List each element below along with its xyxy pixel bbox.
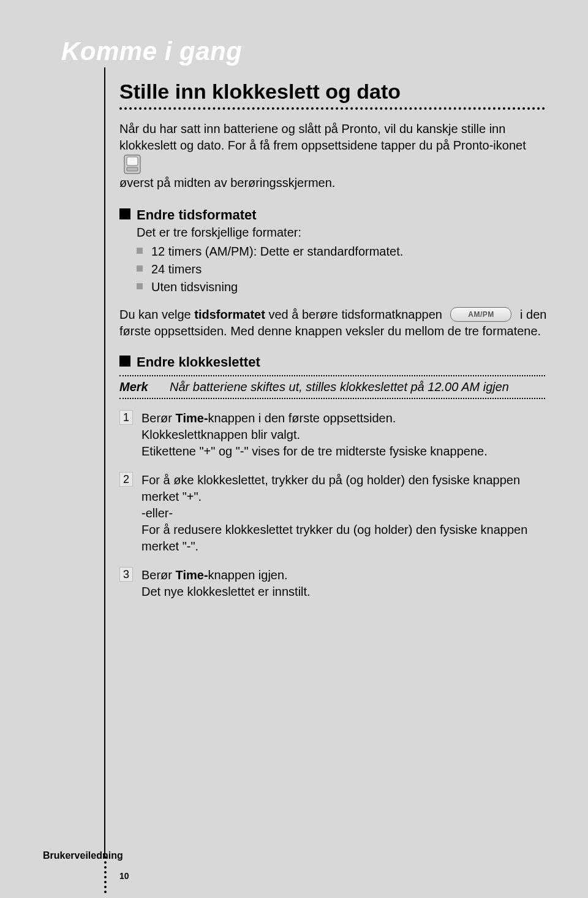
step-body: For å øke klokkeslettet, trykker du på (…: [141, 472, 548, 555]
dotted-rule: [119, 107, 545, 110]
bullet-text: Uten tidsvisning: [151, 279, 238, 295]
subsection-2-header: Endre klokkeslettet: [119, 353, 548, 370]
step-bold: Time-: [176, 411, 208, 425]
step-number-badge: 3: [119, 567, 133, 582]
intro-line3: øverst på midten av berøringsskjermen.: [119, 176, 335, 189]
pronto-device-icon: [123, 154, 141, 175]
subsection-2-title: Endre klokkeslettet: [137, 354, 260, 370]
step-text: For å redusere klokkeslettet trykker du …: [141, 522, 548, 555]
bullet-text: 12 timers (AM/PM): Dette er standardform…: [151, 243, 403, 260]
vertical-dots: [104, 856, 107, 893]
square-bullet-icon: [137, 265, 143, 272]
section-title: Stille inn klokkeslett og dato: [119, 80, 548, 104]
svg-rect-2: [127, 167, 138, 171]
steps-list: 1 Berør Time-knappen i den første oppset…: [119, 410, 548, 600]
step-text: knappen igjen.: [208, 568, 288, 582]
page-container: Komme i gang Stille inn klokkeslett og d…: [0, 0, 588, 898]
step-number-badge: 1: [119, 410, 133, 425]
vertical-rule: [104, 67, 105, 858]
subsection-1-title: Endre tidsformatet: [137, 207, 257, 223]
step-text: For å øke klokkeslettet, trykker du på (…: [141, 472, 548, 505]
subsection-1-text: Det er tre forskjellige formater:: [137, 226, 548, 240]
para-bold: tidsformatet: [194, 308, 265, 321]
list-item: 24 timers: [137, 261, 548, 278]
step-text: Berør: [141, 568, 176, 582]
step-bold: Time-: [176, 568, 208, 582]
note-text: Når batteriene skiftes ut, stilles klokk…: [170, 380, 509, 394]
note-label: Merk: [119, 380, 155, 394]
square-bullet-icon: [137, 248, 143, 254]
chapter-title: Komme i gang: [61, 37, 242, 66]
intro-line2: klokkeslett og dato. For å få frem oppse…: [119, 139, 526, 152]
step-2: 2 For å øke klokkeslettet, trykker du på…: [119, 472, 548, 555]
para-text: Du kan velge: [119, 308, 194, 321]
black-square-icon: [119, 208, 130, 219]
step-text: Etikettene "+" og "-" vises for de tre m…: [141, 443, 488, 460]
step-1: 1 Berør Time-knappen i den første oppset…: [119, 410, 548, 460]
format-paragraph: Du kan velge tidsformatet ved å berøre t…: [119, 306, 548, 340]
step-text: knappen i den første oppsettsiden.: [208, 411, 396, 425]
para-text: ved å berøre tidsformatknappen: [265, 308, 446, 321]
page-number: 10: [119, 871, 129, 881]
note-block: Merk Når batteriene skiftes ut, stilles …: [119, 375, 545, 399]
step-text: Det nye klokkeslettet er innstilt.: [141, 584, 311, 600]
subsection-1-header: Endre tidsformatet: [119, 206, 548, 223]
svg-rect-1: [127, 157, 138, 166]
step-3: 3 Berør Time-knappen igjen. Det nye klok…: [119, 567, 548, 600]
step-number-badge: 2: [119, 472, 133, 487]
list-item: Uten tidsvisning: [137, 279, 548, 295]
content-area: Stille inn klokkeslett og dato Når du ha…: [119, 80, 548, 612]
step-text: -eller-: [141, 505, 548, 522]
format-list: 12 timers (AM/PM): Dette er standardform…: [137, 243, 548, 295]
intro-line1: Når du har satt inn batteriene og slått …: [119, 122, 505, 135]
step-text: Klokkeslettknappen blir valgt.: [141, 427, 488, 443]
list-item: 12 timers (AM/PM): Dette er standardform…: [137, 243, 548, 260]
step-body: Berør Time-knappen igjen. Det nye klokke…: [141, 567, 311, 600]
ampm-button-icon: AM/PM: [450, 307, 511, 322]
intro-paragraph: Når du har satt inn batteriene og slått …: [119, 121, 548, 191]
black-square-icon: [119, 356, 130, 367]
step-text: Berør: [141, 411, 176, 425]
step-body: Berør Time-knappen i den første oppsetts…: [141, 410, 488, 460]
bullet-text: 24 timers: [151, 261, 202, 278]
footer-label: Brukerveiledning: [43, 850, 123, 861]
dotted-rule: [119, 398, 545, 399]
square-bullet-icon: [137, 283, 143, 289]
